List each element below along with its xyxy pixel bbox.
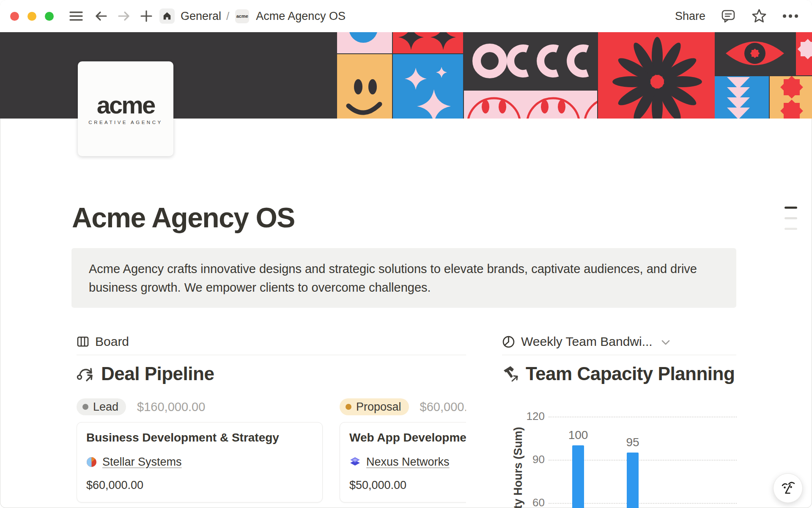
forward-icon[interactable] xyxy=(117,10,131,22)
notion-ai-button[interactable] xyxy=(773,473,803,503)
pipeline-cycle-icon xyxy=(77,364,95,383)
capacity-bar-1 xyxy=(572,445,584,508)
deal-card-client-row: Stellar Systems xyxy=(86,456,313,469)
chart-view-selector[interactable]: Weekly Team Bandwi... xyxy=(502,334,670,349)
notion-ai-face-icon xyxy=(779,480,796,497)
share-button[interactable]: Share xyxy=(675,10,705,23)
nexus-networks-logo xyxy=(349,456,361,468)
deal-card-title: Business Development & Strategy xyxy=(86,431,313,444)
stellar-systems-logo xyxy=(86,457,97,467)
proposal-column-header: Proposal $60,000.0 xyxy=(340,398,466,416)
proposal-status-dot xyxy=(346,404,351,410)
page-title: Acme Agency OS xyxy=(72,202,295,234)
deal-pipeline-section: Board Deal Pipeline Lead xyxy=(77,330,466,508)
team-capacity-section: Weekly Team Bandwi... Team Capacity Plan… xyxy=(502,330,736,508)
team-capacity-heading: Team Capacity Planning xyxy=(526,363,735,384)
title-bar: General / acme Acme Agency OS Share xyxy=(0,0,812,32)
board-column-lead: Lead $160,000.00 Business Development & … xyxy=(77,398,323,502)
breadcrumb-separator: / xyxy=(226,10,229,23)
sidebar-menu-icon[interactable] xyxy=(69,10,83,22)
breadcrumb-page-title[interactable]: Acme Agency OS xyxy=(256,10,346,23)
team-capacity-heading-row: Team Capacity Planning xyxy=(502,363,735,384)
board-divider xyxy=(77,355,466,355)
board-view-icon xyxy=(77,335,89,348)
lead-column-header: Lead $160,000.00 xyxy=(77,398,323,416)
title-bar-left: General / acme Acme Agency OS xyxy=(10,0,346,32)
deal-card-web-app[interactable]: Web App Development Nexus Networks $50,0… xyxy=(340,422,466,502)
deal-pipeline-heading-row: Deal Pipeline xyxy=(77,363,214,384)
lead-status-dot xyxy=(82,404,88,410)
lead-column-sum: $160,000.00 xyxy=(137,400,205,414)
board-column-proposal: Proposal $60,000.0 Web App Development N… xyxy=(340,398,466,502)
chart-divider xyxy=(502,355,736,355)
hammer-icon xyxy=(502,365,520,383)
cover-mosaic-graphic xyxy=(337,32,812,119)
capacity-bar-chart: ty Hours (Sum) 120 90 60 100 95 xyxy=(502,398,736,508)
page-icon-acme[interactable]: acme xyxy=(235,9,249,23)
minimize-window-button[interactable] xyxy=(27,12,36,21)
board-tab-label: Board xyxy=(95,334,129,349)
breadcrumb-workspace[interactable]: General xyxy=(181,10,221,23)
chart-view-label: Weekly Team Bandwi... xyxy=(521,334,653,349)
favorite-star-icon[interactable] xyxy=(751,8,767,24)
new-tab-plus-icon[interactable] xyxy=(140,10,153,22)
status-badge-lead[interactable]: Lead xyxy=(77,398,126,415)
client-link-nexus-networks[interactable]: Nexus Networks xyxy=(366,456,450,469)
comments-icon[interactable] xyxy=(721,8,736,24)
capacity-bar-2 xyxy=(627,453,639,508)
maximize-window-button[interactable] xyxy=(45,12,54,21)
acme-logo-wordmark: acme xyxy=(97,93,154,117)
proposal-column-sum: $60,000.0 xyxy=(420,400,466,414)
bar-value-label-95: 95 xyxy=(614,436,651,449)
deal-card-amount: $50,000.00 xyxy=(349,479,466,492)
deal-pipeline-heading: Deal Pipeline xyxy=(101,363,214,384)
proposal-status-label: Proposal xyxy=(356,400,401,414)
deal-card-amount: $60,000.00 xyxy=(86,479,313,492)
y-tick-90: 90 xyxy=(502,453,545,466)
client-link-stellar-systems[interactable]: Stellar Systems xyxy=(102,456,182,469)
notion-window: General / acme Acme Agency OS Share xyxy=(0,0,812,508)
home-icon[interactable] xyxy=(159,8,175,24)
status-badge-proposal[interactable]: Proposal xyxy=(340,398,409,415)
more-options-ellipsis-icon[interactable] xyxy=(782,14,798,19)
chevron-down-icon xyxy=(661,340,670,345)
acme-logo-card: acme CREATIVE AGENCY xyxy=(78,61,173,156)
table-of-contents-indicator[interactable] xyxy=(785,207,797,238)
y-tick-60: 60 xyxy=(502,496,545,508)
back-icon[interactable] xyxy=(94,10,108,22)
tab-board-view[interactable]: Board xyxy=(77,334,129,349)
intro-callout: Acme Agency crafts innovative designs an… xyxy=(71,248,736,308)
y-tick-120: 120 xyxy=(502,410,545,423)
deal-card-client-row: Nexus Networks xyxy=(349,456,466,469)
acme-logo-tagline: CREATIVE AGENCY xyxy=(88,120,162,125)
bar-value-label-100: 100 xyxy=(560,428,597,442)
lead-status-label: Lead xyxy=(93,400,118,414)
pie-chart-icon xyxy=(502,335,515,348)
title-bar-right: Share xyxy=(675,0,798,32)
deal-card-title: Web App Development xyxy=(349,431,466,444)
intro-callout-text: Acme Agency crafts innovative designs an… xyxy=(89,260,719,297)
close-window-button[interactable] xyxy=(10,12,19,21)
gridline-120 xyxy=(549,417,737,417)
deal-card-business-development[interactable]: Business Development & Strategy Stellar … xyxy=(77,422,323,502)
